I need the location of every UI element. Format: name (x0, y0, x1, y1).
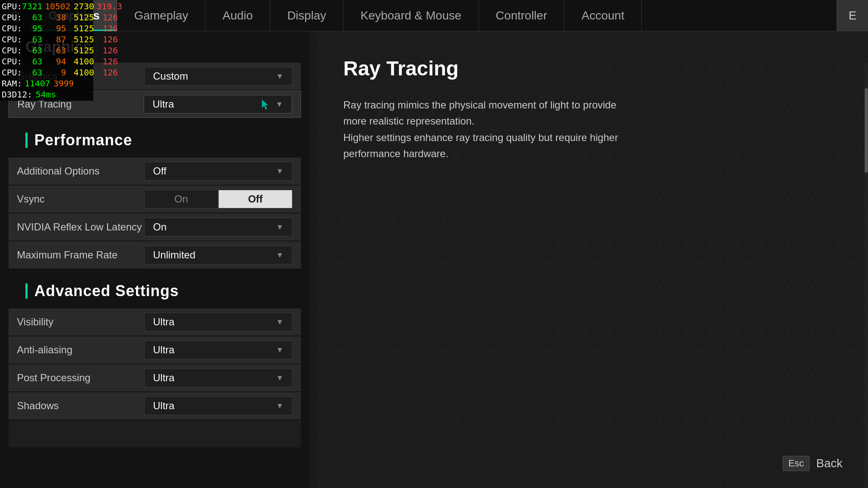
performance-heading: Performance (0, 119, 309, 158)
right-panel-description: Ray tracing mimics the physical movement… (343, 97, 640, 162)
tab-account[interactable]: Account (565, 0, 642, 31)
setting-value-anti-aliasing[interactable]: Ultra ▼ (144, 341, 292, 359)
setting-value-text-additional-options: Off (153, 165, 167, 177)
advanced-settings: Visibility Ultra ▼ Anti-aliasing Ultra ▼ (0, 308, 309, 447)
setting-row-post-processing[interactable]: Post Processing Ultra ▼ (8, 364, 301, 391)
dropdown-arrow-graphics: ▼ (276, 72, 284, 81)
advanced-heading: Advanced Settings (0, 269, 309, 308)
setting-row-anti-aliasing[interactable]: Anti-aliasing Ultra ▼ (8, 336, 301, 363)
advanced-section: Advanced Settings Visibility Ultra ▼ Ant… (0, 269, 309, 447)
cursor-icon (260, 99, 270, 111)
setting-value-nvidia-reflex[interactable]: On ▼ (144, 218, 292, 236)
setting-value-text-graphics: Custom (153, 70, 188, 82)
setting-value-visibility[interactable]: Ultra ▼ (144, 313, 292, 331)
setting-value-shadows[interactable]: Ultra ▼ (144, 396, 292, 415)
dropdown-arrow-post-processing: ▼ (276, 374, 284, 383)
description-line2: Higher settings enhance ray tracing qual… (343, 132, 618, 159)
setting-label-visibility: Visibility (17, 316, 144, 328)
nav-bar: Q Graphics Gameplay Audio Display Keyboa… (0, 0, 868, 31)
setting-value-text-max-frame-rate: Unlimited (153, 249, 195, 261)
setting-row-max-frame-rate[interactable]: Maximum Frame Rate Unlimited ▼ (8, 241, 301, 269)
svg-marker-4 (262, 100, 268, 110)
main-layout: Graphics Graphics Custom ▼ Ray Tracing U… (0, 31, 868, 488)
setting-row-visibility[interactable]: Visibility Ultra ▼ (8, 308, 301, 336)
e-button[interactable]: E (837, 0, 868, 31)
right-panel: Ray Tracing Ray tracing mimics the physi… (309, 31, 868, 488)
tab-keyboard-mouse[interactable]: Keyboard & Mouse (343, 0, 479, 31)
setting-value-additional-options[interactable]: Off ▼ (144, 162, 292, 180)
setting-label-shadows: Shadows (17, 400, 144, 412)
setting-label-max-frame-rate: Maximum Frame Rate (17, 249, 144, 261)
dropdown-arrow-max-frame-rate: ▼ (276, 251, 284, 260)
tab-display[interactable]: Display (270, 0, 344, 31)
setting-row-nvidia-reflex[interactable]: NVIDIA Reflex Low Latency On ▼ (8, 214, 301, 241)
setting-value-graphics[interactable]: Custom ▼ (144, 67, 292, 86)
performance-title: Performance (34, 131, 132, 149)
back-button[interactable]: Esc Back (783, 456, 843, 471)
dropdown-arrow-nvidia-reflex: ▼ (276, 223, 284, 232)
setting-row-vsync[interactable]: Vsync On Off (8, 186, 301, 213)
hud-overlay: GPU: 7321 10502 2730 319.3 CPU: 63 38 51… (0, 0, 93, 101)
setting-value-text-visibility: Ultra (153, 316, 175, 328)
dropdown-arrow-raytracing: ▼ (275, 100, 283, 109)
performance-settings: Additional Options Off ▼ Vsync On Off (0, 158, 309, 269)
performance-bar (25, 133, 28, 148)
back-button-label: Back (816, 457, 843, 470)
vsync-toggle[interactable]: On Off (144, 190, 292, 208)
tab-gameplay[interactable]: Gameplay (117, 0, 206, 31)
setting-label-post-processing: Post Processing (17, 372, 144, 384)
dropdown-arrow-additional-options: ▼ (276, 167, 284, 176)
back-key-label: Esc (783, 456, 810, 471)
setting-value-raytracing[interactable]: Ultra ▼ (144, 95, 292, 114)
setting-row-shadows[interactable]: Shadows Ultra ▼ (8, 392, 301, 419)
setting-value-post-processing[interactable]: Ultra ▼ (144, 369, 292, 387)
setting-label-anti-aliasing: Anti-aliasing (17, 344, 144, 356)
dropdown-arrow-anti-aliasing: ▼ (276, 346, 284, 355)
setting-value-text-shadows: Ultra (153, 400, 175, 412)
vsync-off-button[interactable]: Off (218, 190, 292, 208)
setting-label-nvidia-reflex: NVIDIA Reflex Low Latency (17, 221, 144, 233)
setting-value-text-post-processing: Ultra (153, 372, 175, 384)
vsync-on-button[interactable]: On (144, 190, 218, 208)
setting-row-extra[interactable] (8, 420, 301, 447)
right-panel-title: Ray Tracing (343, 57, 834, 80)
tab-controller[interactable]: Controller (479, 0, 565, 31)
advanced-bar (25, 283, 28, 299)
tab-audio[interactable]: Audio (206, 0, 270, 31)
dropdown-arrow-visibility: ▼ (276, 318, 284, 327)
advanced-title: Advanced Settings (34, 282, 179, 300)
setting-value-text-anti-aliasing: Ultra (153, 344, 175, 356)
setting-label-vsync: Vsync (17, 193, 144, 205)
setting-value-text-nvidia-reflex: On (153, 221, 167, 233)
performance-section: Performance Additional Options Off ▼ Vsy… (0, 119, 309, 269)
setting-value-max-frame-rate[interactable]: Unlimited ▼ (144, 246, 292, 264)
setting-value-text-raytracing: Ultra (153, 98, 174, 110)
setting-row-additional-options[interactable]: Additional Options Off ▼ (8, 158, 301, 185)
setting-label-additional-options: Additional Options (17, 165, 144, 177)
description-line1: Ray tracing mimics the physical movement… (343, 99, 616, 127)
dropdown-arrow-shadows: ▼ (276, 402, 284, 410)
